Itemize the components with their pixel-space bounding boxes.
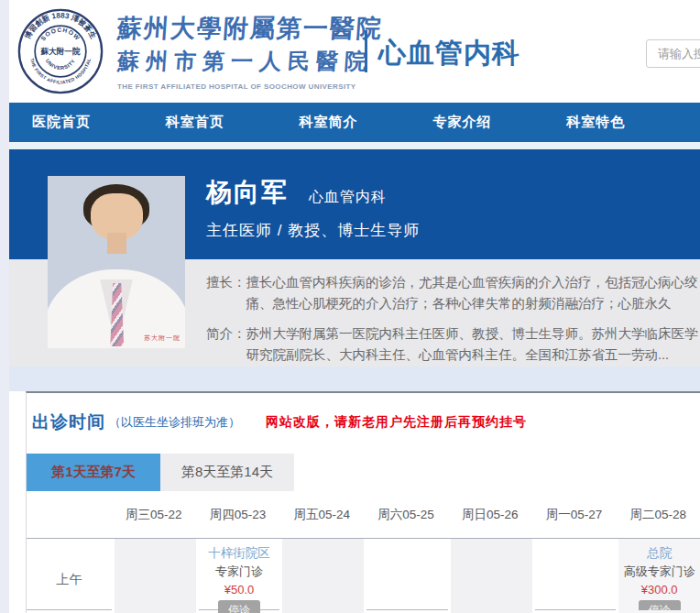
schedule-title: 出诊时间 bbox=[32, 410, 105, 434]
schedule-cell-shizijie: 十梓街院区 专家门诊 ¥50.0 停诊 bbox=[196, 539, 280, 613]
doctor-heading: 杨向军 心血管内科 bbox=[206, 175, 387, 210]
doctor-department: 心血管内科 bbox=[309, 188, 387, 210]
day-header: 周五05-24 bbox=[279, 507, 364, 523]
schedule-panel: 出诊时间 （以医生坐诊排班为准） 网站改版，请新老用户先注册后再预约挂号 第1天… bbox=[26, 391, 700, 613]
schedule-cell-empty bbox=[112, 539, 196, 613]
doctor-profile-card: 苏大附一院 杨向军 心血管内科 主任医师 / 教授、博士生导师 擅长： 擅长心血… bbox=[9, 149, 700, 367]
nav-item-dept-features[interactable]: 科室特色 bbox=[566, 114, 700, 131]
photo-watermark: 苏大附一院 bbox=[144, 334, 180, 343]
seal-center-text: 蘇大附一院 bbox=[39, 47, 81, 56]
clinic-type: 高级专家门诊 bbox=[618, 563, 700, 581]
nav-gap bbox=[9, 142, 700, 149]
day-header: 周日05-26 bbox=[448, 507, 532, 523]
hospital-name-line1: 蘇州大學附屬第一醫院 bbox=[116, 12, 385, 45]
schedule-table-header: 周三05-22 周四05-23 周五05-24 周六05-25 周日05-26 … bbox=[27, 491, 700, 539]
nav-item-dept-home[interactable]: 科室首页 bbox=[166, 114, 300, 131]
schedule-cell-empty bbox=[279, 539, 364, 613]
hospital-name-english: THE FIRST AFFILIATED HOSPITAL OF SOOCHOW… bbox=[117, 82, 383, 91]
doctor-name: 杨向军 bbox=[206, 175, 289, 210]
bio-label: 简介： bbox=[206, 323, 246, 367]
doctor-photo: 苏大附一院 bbox=[48, 176, 185, 348]
nav-item-experts[interactable]: 专家介绍 bbox=[432, 114, 566, 131]
section-spacer-band bbox=[9, 367, 700, 391]
doctor-titles: 主任医师 / 教授、博士生导师 bbox=[206, 220, 420, 241]
schedule-notice: 网站改版，请新老用户先注册后再预约挂号 bbox=[266, 414, 527, 431]
schedule-cell-empty bbox=[364, 539, 448, 613]
hospital-seal-logo: 博習創新 1883 澤被蒼生 THE FIRST AFFILIATED HOSP… bbox=[16, 7, 104, 95]
day-header: 周三05-22 bbox=[112, 507, 196, 523]
specialty-label: 擅长： bbox=[206, 272, 246, 315]
schedule-row-morning: 上午 十梓街院区 专家门诊 ¥50.0 停诊 总院 高级专家门诊 ¥300.0 … bbox=[27, 539, 700, 610]
schedule-tabs: 第1天至第7天 第8天至第14天 bbox=[27, 454, 700, 491]
main-nav: 医院首页 科室首页 科室简介 专家介绍 科室特色 bbox=[9, 103, 700, 142]
day-header: 周六05-25 bbox=[364, 507, 448, 523]
title-divider bbox=[365, 30, 367, 72]
department-title: 心血管内科 bbox=[378, 35, 520, 72]
fee-amount: ¥50.0 bbox=[199, 581, 280, 599]
site-header: 博習創新 1883 澤被蒼生 THE FIRST AFFILIATED HOSP… bbox=[9, 0, 700, 103]
nav-item-hospital-home[interactable]: 医院首页 bbox=[32, 114, 166, 131]
search-input[interactable] bbox=[646, 39, 700, 68]
time-slot-label: 上午 bbox=[27, 539, 112, 613]
day-header: 周四05-23 bbox=[196, 507, 280, 523]
hospital-link[interactable]: 十梓街院区 bbox=[199, 544, 280, 563]
hospital-link[interactable]: 总院 bbox=[618, 544, 700, 563]
specialty-row: 擅长： 擅长心血管内科疾病的诊治，尤其是心血管疾病的介入治疗，包括冠心病心绞痛、… bbox=[206, 272, 700, 315]
nav-item-dept-intro[interactable]: 科室简介 bbox=[300, 114, 433, 131]
bio-text: 苏州大学附属第一医院内科主任医师、教授、博士生导师。苏州大学临床医学研究院副院长… bbox=[246, 323, 700, 367]
hospital-brand: 蘇州大學附屬第一醫院 蘇州市第一人民醫院 THE FIRST AFFILIATE… bbox=[117, 12, 383, 91]
bio-row: 简介： 苏州大学附属第一医院内科主任医师、教授、博士生导师。苏州大学临床医学研究… bbox=[206, 323, 700, 367]
tab-days-8-14[interactable]: 第8天至第14天 bbox=[160, 454, 294, 491]
hospital-name-line2: 蘇州市第一人民醫院 bbox=[116, 47, 384, 76]
schedule-cell-zongyuan: 总院 高级专家门诊 ¥300.0 停诊 bbox=[616, 539, 700, 613]
photo-neck-shape bbox=[107, 233, 126, 254]
fee-amount: ¥300.0 bbox=[618, 581, 700, 599]
day-header: 周二05-28 bbox=[616, 507, 700, 523]
clinic-type: 专家门诊 bbox=[199, 563, 280, 581]
schedule-header: 出诊时间 （以医生坐诊排班为准） 网站改版，请新老用户先注册后再预约挂号 bbox=[27, 393, 700, 434]
doctor-bio-block: 擅长： 擅长心血管内科疾病的诊治，尤其是心血管疾病的介入治疗，包括冠心病心绞痛、… bbox=[206, 272, 700, 367]
page-left-margin bbox=[0, 0, 9, 613]
specialty-text: 擅长心血管内科疾病的诊治，尤其是心血管疾病的介入治疗，包括冠心病心绞痛、急性心肌… bbox=[246, 272, 700, 315]
schedule-cell-empty bbox=[448, 539, 532, 613]
schedule-title-note: （以医生坐诊排班为准） bbox=[109, 414, 240, 431]
schedule-cell-empty bbox=[532, 539, 617, 613]
tab-days-1-7[interactable]: 第1天至第7天 bbox=[27, 454, 160, 491]
day-header: 周一05-27 bbox=[532, 507, 617, 523]
